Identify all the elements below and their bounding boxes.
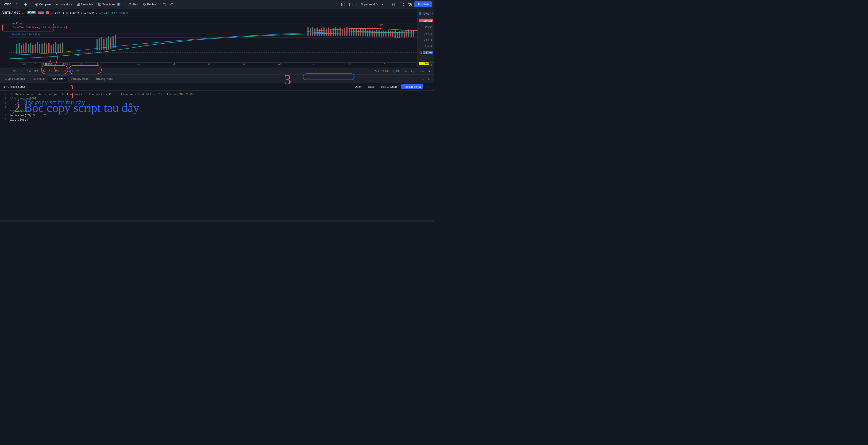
svg-rect-69 bbox=[353, 29, 354, 36]
timeframe-selector[interactable]: 1h bbox=[14, 2, 21, 7]
svg-rect-27 bbox=[34, 44, 36, 53]
svg-rect-1 bbox=[25, 3, 26, 6]
period-all[interactable]: All bbox=[68, 69, 74, 73]
svg-rect-59 bbox=[330, 29, 332, 36]
replay-btn[interactable]: Replay bbox=[141, 2, 158, 7]
svg-rect-78 bbox=[374, 31, 375, 37]
time-05oct: 05 Oct '21 bbox=[41, 63, 53, 66]
ema-settings-btn[interactable]: ⚙ bbox=[38, 33, 40, 36]
pine-more-btn[interactable] bbox=[425, 84, 431, 90]
period-3y[interactable]: 3Y bbox=[54, 69, 61, 73]
period-1d[interactable]: 1D bbox=[11, 69, 18, 73]
tab-trading-panel[interactable]: Trading Panel bbox=[93, 76, 116, 82]
pine-script-title: Untitled Script bbox=[7, 85, 25, 89]
svg-rect-4 bbox=[77, 5, 78, 6]
svg-rect-87 bbox=[395, 31, 396, 38]
layout2-btn[interactable] bbox=[347, 2, 354, 7]
chevron-down-icon bbox=[381, 3, 384, 6]
settings-btn[interactable] bbox=[391, 2, 397, 7]
compare-btn[interactable]: Compare bbox=[33, 2, 53, 7]
price-5: 1476.41 bbox=[418, 45, 433, 47]
supertrend-indicator-row: SuperTrend DVD Strategy 4 2.7 n/a 1453.3… bbox=[12, 26, 67, 29]
camera-btn[interactable] bbox=[406, 2, 413, 7]
svg-point-10 bbox=[393, 4, 395, 5]
line-content-4 bbox=[8, 105, 434, 109]
chart-settings-btn[interactable] bbox=[426, 69, 432, 73]
svg-rect-0 bbox=[24, 4, 25, 5]
close-value: 1449.18 bbox=[99, 11, 109, 14]
layout-btn[interactable] bbox=[340, 2, 346, 7]
calendar-icon-btn[interactable] bbox=[75, 69, 81, 73]
scale-auto-btn[interactable]: auto bbox=[417, 69, 426, 73]
tab-crypto-screener[interactable]: Crypto Screener bbox=[2, 76, 28, 82]
publish-script-button[interactable]: Publish Script bbox=[401, 84, 423, 90]
code-line-5: 5 //@version=5 bbox=[0, 109, 434, 113]
tab-pine-editor[interactable]: Pine Editor bbox=[48, 75, 67, 82]
period-5y[interactable]: 5Y bbox=[61, 69, 68, 73]
period-3m[interactable]: 3M bbox=[33, 69, 39, 73]
line-num-6: 6 bbox=[0, 113, 8, 118]
undo-btn[interactable] bbox=[162, 2, 168, 7]
panel-minimize-btn[interactable] bbox=[420, 76, 426, 81]
currency-badge[interactable]: VND bbox=[423, 12, 431, 15]
alert-icon bbox=[128, 3, 131, 6]
svg-rect-67 bbox=[349, 29, 350, 36]
scale-log-btn[interactable]: log bbox=[409, 69, 416, 73]
svg-rect-37 bbox=[58, 44, 59, 53]
indicators-btn[interactable]: Indicators bbox=[54, 2, 74, 7]
code-editor[interactable]: 1 // This source code is subject to the … bbox=[0, 91, 434, 220]
add-to-chart-button[interactable]: Add to Chart bbox=[379, 84, 399, 90]
period-1y[interactable]: 1Y bbox=[48, 69, 54, 73]
editor-scrollbar[interactable] bbox=[0, 220, 434, 222]
svg-rect-72 bbox=[360, 29, 361, 36]
svg-rect-93 bbox=[408, 30, 409, 37]
svg-rect-2 bbox=[26, 4, 27, 5]
fullscreen-btn[interactable] bbox=[398, 2, 405, 7]
bar-style-btn[interactable] bbox=[22, 2, 29, 7]
vol-settings-btn[interactable]: ⚙ bbox=[20, 22, 23, 25]
main-content: VIETNAM 30 1h HOSE D O 1446.73 H bbox=[0, 9, 434, 222]
financials-btn[interactable]: Financials bbox=[75, 2, 95, 7]
high-label: H bbox=[66, 11, 68, 14]
time-oct: Oct bbox=[23, 63, 26, 65]
layout2-icon bbox=[349, 3, 353, 6]
svg-rect-24 bbox=[28, 44, 29, 53]
ohlc-values: O 1446.73 H 1450.47 L 1444.49 C 1449.18 … bbox=[51, 11, 128, 14]
chart-and-panel: VIETNAM 30 1h HOSE D O 1446.73 H bbox=[0, 9, 434, 222]
svg-text:+6: +6 bbox=[77, 55, 80, 57]
period-5d[interactable]: 5D bbox=[18, 69, 25, 73]
svg-rect-76 bbox=[369, 30, 371, 37]
time-axis-settings-btn[interactable] bbox=[429, 62, 434, 68]
time-6: 6 bbox=[69, 63, 70, 65]
tab-text-notes[interactable]: Text Notes bbox=[28, 76, 48, 82]
supertrend-label-btn[interactable]: Supertrend_V... bbox=[359, 2, 385, 7]
svg-rect-82 bbox=[383, 31, 384, 37]
save-button[interactable]: Save bbox=[366, 84, 377, 90]
svg-rect-62 bbox=[337, 29, 338, 36]
settings-icon bbox=[392, 3, 396, 6]
tab-strategy-tester[interactable]: Strategy Tester bbox=[68, 76, 92, 82]
period-1m[interactable]: 1M bbox=[25, 69, 32, 73]
symbol-label[interactable]: VN30 bbox=[2, 3, 13, 6]
high-value: 1450.47 bbox=[70, 11, 79, 14]
svg-rect-22 bbox=[23, 44, 24, 53]
alert-btn[interactable]: Alert bbox=[126, 2, 140, 7]
open-value: 1446.73 bbox=[55, 11, 64, 14]
divider-5 bbox=[388, 2, 388, 7]
svg-rect-81 bbox=[381, 31, 382, 37]
timezone-icon: 🌐 bbox=[396, 70, 399, 72]
panel-maximize-btn[interactable] bbox=[426, 76, 432, 81]
templates-btn[interactable]: Templates 2 bbox=[96, 2, 122, 7]
open-button[interactable]: Open bbox=[352, 84, 364, 90]
svg-rect-45 bbox=[108, 36, 109, 50]
svg-rect-28 bbox=[37, 42, 38, 53]
publish-button[interactable]: Publish bbox=[414, 1, 432, 7]
svg-rect-75 bbox=[367, 31, 368, 37]
supertrend-eye-btn[interactable]: 👁 bbox=[60, 26, 62, 29]
svg-rect-101 bbox=[77, 70, 79, 72]
svg-rect-55 bbox=[321, 28, 322, 36]
period-6m[interactable]: 6M bbox=[40, 69, 47, 73]
supertrend-settings-btn[interactable]: ⚙ bbox=[63, 26, 65, 29]
redo-btn[interactable] bbox=[169, 2, 175, 7]
scale-pct-btn[interactable]: % bbox=[403, 69, 408, 73]
